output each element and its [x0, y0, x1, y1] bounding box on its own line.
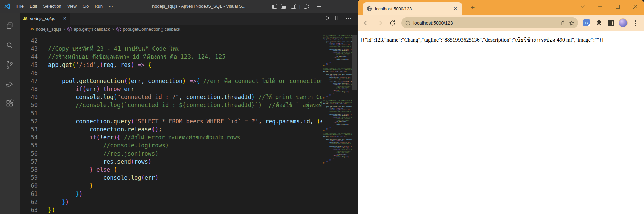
- source-control-icon[interactable]: [0, 55, 20, 75]
- address-bar[interactable]: localhost:5000/123: [401, 17, 578, 28]
- line-number: 58: [20, 166, 38, 174]
- page-content: [{"id":123,"name":"Chang","tagline":"885…: [358, 31, 644, 214]
- translate-icon[interactable]: G: [581, 17, 592, 28]
- extensions-puzzle-icon[interactable]: [594, 17, 604, 28]
- json-response-text: [{"id":123,"name":"Chang","tagline":"885…: [361, 37, 603, 43]
- breadcrumb-separator: ›: [112, 26, 114, 32]
- toggle-secondary-sidebar-icon[interactable]: [289, 0, 298, 13]
- menu-item-edit[interactable]: Edit: [27, 0, 40, 13]
- code-line[interactable]: 53 connection.release();: [20, 125, 358, 133]
- code-line[interactable]: 48 if(err) throw err: [20, 85, 358, 93]
- breadcrumb-item[interactable]: pool.getConnection() callback: [116, 27, 180, 32]
- extensions-icon[interactable]: [0, 94, 20, 114]
- browser-tab[interactable]: localhost:5000/123 ✕: [363, 2, 462, 15]
- tab-title: localhost:5000/123: [375, 6, 449, 11]
- vscode-maximize-button[interactable]: [327, 0, 342, 13]
- breadcrumb-item[interactable]: app.get('') callback: [67, 27, 110, 32]
- breadcrumb-item[interactable]: JSnodejs_sql.js: [30, 27, 61, 32]
- line-number: 55: [20, 141, 38, 149]
- code-text: }): [48, 198, 69, 206]
- code-line[interactable]: 57 res.send(rows): [20, 158, 358, 166]
- line-number: 52: [20, 117, 38, 125]
- breadcrumb-label: nodejs_sql.js: [36, 27, 61, 32]
- code-line[interactable]: 61 }): [20, 190, 358, 198]
- forward-button[interactable]: [374, 17, 385, 29]
- code-line[interactable]: 58 } else {: [20, 166, 358, 174]
- code-text: console.log(err): [48, 174, 159, 182]
- split-editor-button[interactable]: [335, 16, 340, 22]
- code-line[interactable]: 44//สร้างหน้าย่อย ดึงข้อมูลเฉพาะ id ที่ต…: [20, 53, 358, 61]
- chevron-down-icon[interactable]: [574, 0, 591, 13]
- browser-maximize-button[interactable]: [609, 0, 626, 13]
- menu-item-selection[interactable]: Selection: [40, 0, 64, 13]
- code-text: app.get('/:id',(req, res) => {: [48, 61, 151, 69]
- code-line[interactable]: 50 //console.log(`connected id : ${conne…: [20, 101, 358, 109]
- share-icon[interactable]: [560, 20, 566, 26]
- code-line[interactable]: 63}): [20, 206, 358, 214]
- code-line[interactable]: 45app.get('/:id',(req, res) => {: [20, 61, 358, 69]
- indent-guide: [76, 109, 76, 117]
- vscode-minimize-button[interactable]: [311, 0, 327, 13]
- code-line[interactable]: 43//Copy บรรทัดที่ 23 - 41 มาปรับแก้ Cod…: [20, 45, 358, 53]
- vscode-close-button[interactable]: [342, 0, 358, 13]
- tab-close-icon[interactable]: ✕: [63, 16, 67, 21]
- code-line[interactable]: 52 connection.query('SELECT * FROM beers…: [20, 117, 358, 125]
- code-text: //Copy บรรทัดที่ 23 - 41 มาปรับแก้ Code …: [48, 45, 180, 53]
- toggle-sidebar-icon[interactable]: [270, 0, 279, 13]
- code-line[interactable]: 47 pool.getConnection((err, connection) …: [20, 77, 358, 85]
- menu-item-view[interactable]: View: [64, 0, 80, 13]
- explorer-icon[interactable]: [0, 16, 20, 36]
- tab-nodejs-sql[interactable]: JS nodejs_sql.js ✕: [20, 13, 70, 25]
- code-line[interactable]: 60 }: [20, 182, 358, 190]
- menu-dots-icon[interactable]: [630, 17, 641, 28]
- globe-icon: [367, 6, 372, 11]
- editor-group: JS nodejs_sql.js ✕ ··· JSnodejs_sql.js›a…: [20, 13, 358, 214]
- symbol-method-icon: [116, 27, 121, 32]
- minimap[interactable]: //Copy บรรทัดที่ 23 - 41 มาปรับแก้ Code …: [322, 29, 358, 214]
- code-line[interactable]: 51: [20, 109, 358, 117]
- run-and-debug-icon[interactable]: [0, 75, 20, 94]
- back-button[interactable]: [361, 17, 372, 29]
- editor-scrollbar[interactable]: [352, 35, 357, 90]
- browser-minimize-button[interactable]: [591, 0, 609, 13]
- code-text: pool.getConnection((err, connection) =>{…: [48, 77, 334, 85]
- line-number: 59: [20, 174, 38, 182]
- chrome-window: localhost:5000/123 ✕ +: [358, 0, 644, 214]
- profile-avatar[interactable]: [618, 17, 629, 28]
- url-text: localhost:5000/123: [413, 20, 557, 26]
- run-file-button[interactable]: [325, 15, 330, 22]
- chrome-toolbar: localhost:5000/123 G: [358, 15, 644, 31]
- code-line[interactable]: 46: [20, 69, 358, 77]
- site-info-icon[interactable]: [405, 20, 410, 26]
- menu-item-more[interactable]: ···: [106, 0, 116, 13]
- code-line[interactable]: 62 }): [20, 198, 358, 206]
- code-line[interactable]: 55 //console.log(rows): [20, 141, 358, 149]
- code-line[interactable]: 54 if(!err){ //ถ้าไม่ error จะแสดงค่าของ…: [20, 133, 358, 141]
- menu-item-run[interactable]: Run: [92, 0, 106, 13]
- search-icon[interactable]: [0, 36, 20, 55]
- code-line[interactable]: 56 //res.json(rows): [20, 149, 358, 158]
- line-number: 57: [20, 158, 38, 166]
- toggle-panel-icon[interactable]: [279, 0, 289, 13]
- line-number: 61: [20, 190, 38, 198]
- code-text: res.send(rows): [48, 158, 151, 166]
- bookmark-star-icon[interactable]: [569, 20, 575, 26]
- code-line[interactable]: 59 console.log(err): [20, 174, 358, 182]
- menubar: FileEditSelectionViewGoRun···: [13, 0, 116, 13]
- side-panel-icon[interactable]: [606, 17, 616, 28]
- code-line[interactable]: 49 console.log("connected id : ?", conne…: [20, 93, 358, 101]
- line-number: 48: [20, 85, 38, 93]
- editor-actions: ···: [325, 13, 358, 25]
- code-line[interactable]: 42: [20, 37, 358, 45]
- line-number: 60: [20, 182, 38, 190]
- menu-item-file[interactable]: File: [13, 0, 27, 13]
- menu-item-go[interactable]: Go: [80, 0, 92, 13]
- code-area[interactable]: 4243//Copy บรรทัดที่ 23 - 41 มาปรับแก้ C…: [20, 35, 358, 214]
- code-text: if(err) throw err: [48, 85, 134, 93]
- new-tab-button[interactable]: +: [468, 3, 477, 12]
- customize-layout-icon[interactable]: [302, 0, 311, 13]
- more-actions-button[interactable]: ···: [346, 16, 352, 22]
- browser-close-button[interactable]: [626, 0, 644, 13]
- reload-button[interactable]: [386, 17, 398, 29]
- tab-close-icon[interactable]: ✕: [452, 6, 459, 11]
